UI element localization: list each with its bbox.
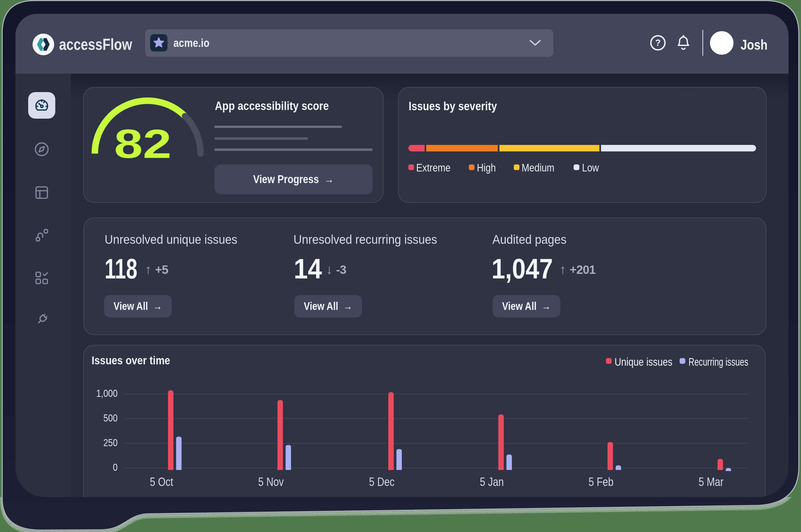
svg-text:?: ? [655, 38, 660, 48]
